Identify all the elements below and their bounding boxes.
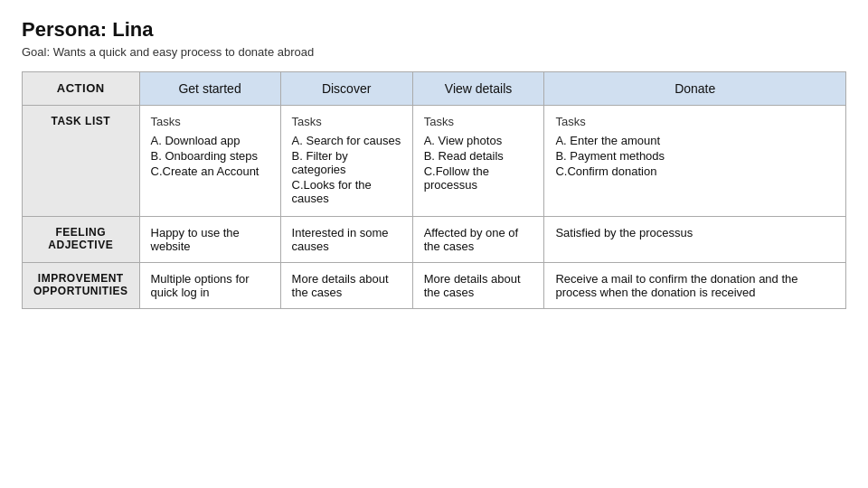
task-title-discover: Tasks [292, 115, 401, 128]
phase-header-view-details: View details [412, 72, 544, 106]
persona-title: Persona: Lina [22, 18, 846, 42]
action-column-header: ACTION [23, 72, 140, 106]
improvement-label: IMPROVEMENT OPPORTUNITIES [23, 263, 140, 309]
task-cell-get-started: Tasks A. Download app B. Onboarding step… [139, 106, 280, 217]
improvement-row: IMPROVEMENT OPPORTUNITIES Multiple optio… [23, 263, 846, 309]
task-title-donate: Tasks [555, 115, 835, 128]
task-item: A. Download app [151, 134, 269, 147]
improvement-cell-donate: Receive a mail to confirm the donation a… [544, 263, 846, 309]
persona-goal: Goal: Wants a quick and easy process to … [22, 45, 846, 59]
task-item: B. Read details [424, 149, 533, 163]
task-item: B. Filter by categories [292, 149, 401, 176]
feeling-cell-view-details: Affected by one of the cases [412, 217, 544, 263]
feeling-cell-get-started: Happy to use the website [139, 217, 280, 263]
task-item: B. Payment methods [555, 149, 835, 163]
task-item: B. Onboarding steps [151, 149, 269, 163]
task-item: C.Looks for the causes [292, 178, 401, 205]
phase-header-discover: Discover [280, 72, 412, 106]
phase-header-get-started: Get started [139, 72, 280, 106]
task-title-get-started: Tasks [151, 115, 269, 128]
task-item: A. Search for causes [292, 134, 401, 147]
task-list-label: TASK LIST [23, 106, 140, 217]
task-item: A. Enter the amount [555, 134, 835, 147]
improvement-cell-view-details: More details about the cases [412, 263, 544, 309]
task-cell-view-details: Tasks A. View photos B. Read details C.F… [412, 106, 544, 217]
journey-map-table: ACTION Get started Discover View details… [22, 71, 846, 309]
phase-header-donate: Donate [544, 72, 846, 106]
feeling-adjective-label: FEELING ADJECTIVE [23, 217, 140, 263]
improvement-cell-discover: More details about the cases [280, 263, 412, 309]
task-cell-discover: Tasks A. Search for causes B. Filter by … [280, 106, 412, 217]
task-title-view-details: Tasks [424, 115, 533, 128]
task-item: C.Follow the processus [424, 164, 533, 192]
task-item: C.Create an Account [151, 164, 269, 178]
feeling-cell-discover: Interested in some causes [280, 217, 412, 263]
task-item: A. View photos [424, 134, 533, 147]
task-list-row: TASK LIST Tasks A. Download app B. Onboa… [23, 106, 846, 217]
improvement-cell-get-started: Multiple options for quick log in [139, 263, 280, 309]
feeling-adjective-row: FEELING ADJECTIVE Happy to use the websi… [23, 217, 846, 263]
feeling-cell-donate: Satisfied by the processus [544, 217, 846, 263]
task-cell-donate: Tasks A. Enter the amount B. Payment met… [544, 106, 846, 217]
task-item: C.Confirm donation [555, 164, 835, 178]
